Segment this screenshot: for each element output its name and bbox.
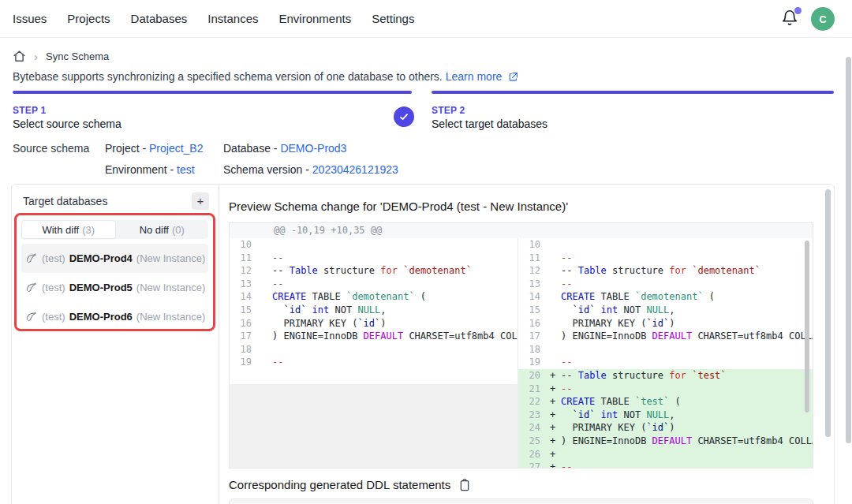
field-value-link[interactable]: Project_B2 bbox=[149, 142, 203, 155]
preview-title: Preview Schema change for 'DEMO-Prod4 (t… bbox=[229, 200, 568, 213]
target-database-demo-prod6[interactable]: (test)DEMO-Prod6(New Instance) bbox=[21, 302, 208, 331]
schema-diff-editor[interactable]: @@ -10,19 +10,35 @@ 1011--12-- Table str… bbox=[229, 222, 813, 469]
target-databases-highlight-box: With diff(3)No diff(0) (test)DEMO-Prod4(… bbox=[14, 213, 215, 331]
diff-line: 23+ `id` int NOT NULL, bbox=[518, 409, 813, 422]
db-name: DEMO-Prod4 bbox=[69, 252, 133, 264]
nav-item-settings[interactable]: Settings bbox=[372, 12, 414, 25]
diff-line: 12-- Table structure for `demotenant` bbox=[230, 264, 518, 278]
diff-pane-modified: 1011--12-- Table structure for `demotena… bbox=[518, 238, 813, 469]
nav-item-instances[interactable]: Instances bbox=[207, 12, 258, 25]
editor-scrollbar[interactable] bbox=[805, 241, 809, 413]
intro-text: Bytebase supports synchronizing a specif… bbox=[13, 70, 518, 83]
mysql-dolphin-icon bbox=[26, 252, 38, 264]
target-database-demo-prod4[interactable]: (test)DEMO-Prod4(New Instance) bbox=[21, 244, 208, 273]
diff-line: 17) ENGINE=InnoDB DEFAULT CHARSET=utf8mb… bbox=[230, 330, 518, 343]
step2-title: Select target databases bbox=[432, 118, 547, 130]
db-name: DEMO-Prod6 bbox=[69, 311, 133, 323]
diff-line: 21+-- bbox=[518, 383, 813, 396]
field-label: Project - bbox=[105, 142, 149, 155]
field-label: Schema version - bbox=[223, 163, 312, 176]
nav-item-issues[interactable]: Issues bbox=[13, 12, 47, 25]
avatar[interactable]: C bbox=[811, 7, 835, 31]
db-note: (New Instance) bbox=[136, 311, 205, 323]
target-databases-title: Target databases bbox=[23, 195, 107, 207]
diff-empty-region bbox=[230, 384, 518, 469]
field-label: Database - bbox=[223, 142, 280, 155]
tab-count: (0) bbox=[172, 224, 185, 236]
tab-count: (3) bbox=[82, 224, 95, 236]
diff-line: 19-- bbox=[230, 356, 518, 369]
mysql-dolphin-icon bbox=[26, 311, 38, 323]
diff-pane-original: 1011--12-- Table structure for `demotena… bbox=[230, 238, 518, 469]
diff-line: 22+CREATE TABLE `test` ( bbox=[518, 395, 813, 409]
diff-line: 16 PRIMARY KEY (`id`) bbox=[230, 317, 518, 330]
page-scrollbar[interactable] bbox=[846, 57, 851, 443]
notification-dot bbox=[794, 7, 802, 14]
tab-with-diff[interactable]: With diff(3) bbox=[21, 220, 116, 239]
field-value-link[interactable]: test bbox=[177, 163, 195, 176]
db-note: (New Instance) bbox=[136, 282, 205, 293]
add-target-database-button[interactable]: + bbox=[192, 192, 209, 210]
diff-line: 20+-- Table structure for `test` bbox=[518, 369, 813, 383]
breadcrumb-current: Sync Schema bbox=[46, 50, 109, 62]
db-name: DEMO-Prod5 bbox=[69, 282, 133, 293]
field-label: Environment - bbox=[105, 163, 177, 176]
copy-clipboard-icon[interactable] bbox=[458, 479, 471, 491]
diff-filter-tabs: With diff(3)No diff(0) bbox=[21, 220, 208, 239]
nav-items: IssuesProjectsDatabasesInstancesEnvironm… bbox=[13, 12, 414, 25]
tab-no-diff[interactable]: No diff(0) bbox=[116, 220, 209, 239]
mysql-dolphin-icon bbox=[26, 282, 38, 293]
diff-line: 11-- bbox=[518, 252, 813, 265]
source-schema-fields: Project - Project_B2Database - DEMO-Prod… bbox=[105, 142, 398, 185]
diff-line: 17) ENGINE=InnoDB DEFAULT CHARSET=utf8mb… bbox=[518, 330, 813, 343]
diff-line: 18 bbox=[518, 343, 813, 357]
db-environment: (test) bbox=[42, 311, 65, 323]
tab-label: With diff bbox=[42, 224, 79, 236]
db-note: (New Instance) bbox=[136, 252, 205, 264]
diff-line: 10 bbox=[230, 238, 518, 252]
breadcrumb: › Sync Schema bbox=[13, 50, 109, 63]
ddl-editor-top bbox=[229, 498, 813, 504]
diff-line: 25+) ENGINE=InnoDB DEFAULT CHARSET=utf8m… bbox=[518, 435, 813, 448]
nav-item-environments[interactable]: Environments bbox=[278, 12, 351, 25]
field-value-link[interactable]: 20230426121923 bbox=[312, 163, 398, 176]
diff-line: 14CREATE TABLE `demotenant` ( bbox=[230, 290, 518, 304]
source-schema-label: Source schema bbox=[13, 142, 89, 155]
source-field-database: Database - DEMO-Prod3 bbox=[223, 142, 398, 163]
step1-title: Select source schema bbox=[13, 118, 121, 130]
diff-line: 15 `id` int NOT NULL, bbox=[230, 304, 518, 317]
notification-bell-button[interactable] bbox=[781, 9, 800, 28]
source-field-environment: Environment - test bbox=[105, 163, 223, 185]
nav-item-projects[interactable]: Projects bbox=[67, 12, 110, 25]
step2-progress-bar bbox=[432, 91, 834, 94]
diff-line: 11-- bbox=[230, 252, 518, 265]
source-field-schema-version: Schema version - 20230426121923 bbox=[223, 163, 398, 185]
nav-item-databases[interactable]: Databases bbox=[131, 12, 188, 25]
diff-line: 18 bbox=[230, 343, 518, 357]
diff-line: 14CREATE TABLE `demotenant` ( bbox=[518, 290, 813, 304]
step1-complete-check-icon bbox=[394, 106, 414, 127]
step1-label: STEP 1 bbox=[13, 105, 46, 116]
diff-line: 16 PRIMARY KEY (`id`) bbox=[518, 317, 813, 330]
target-databases-panel: Target databases + With diff(3)No diff(0… bbox=[12, 185, 219, 504]
target-database-demo-prod5[interactable]: (test)DEMO-Prod5(New Instance) bbox=[21, 273, 208, 302]
sync-schema-card: Target databases + With diff(3)No diff(0… bbox=[11, 184, 835, 504]
db-environment: (test) bbox=[42, 252, 65, 264]
tab-label: No diff bbox=[140, 224, 169, 236]
breadcrumb-separator-icon: › bbox=[34, 51, 38, 62]
content-scrollbar[interactable] bbox=[825, 189, 831, 437]
learn-more-link[interactable]: Learn more bbox=[446, 70, 503, 83]
top-navbar: IssuesProjectsDatabasesInstancesEnvironm… bbox=[0, 0, 852, 38]
diff-line: 27+-- bbox=[518, 461, 813, 469]
diff-line: 12-- Table structure for `demotenant` bbox=[518, 264, 813, 278]
diff-line: 24+ PRIMARY KEY (`id`) bbox=[518, 421, 813, 435]
diff-line: 19-- bbox=[518, 356, 813, 369]
diff-line: 13-- bbox=[230, 278, 518, 291]
step2-label: STEP 2 bbox=[432, 105, 465, 116]
step1-progress-bar bbox=[13, 91, 412, 94]
external-link-icon[interactable] bbox=[508, 72, 518, 82]
diff-line: 15 `id` int NOT NULL, bbox=[518, 304, 813, 317]
field-value-link[interactable]: DEMO-Prod3 bbox=[280, 142, 346, 155]
home-icon[interactable] bbox=[13, 50, 26, 63]
source-field-project: Project - Project_B2 bbox=[105, 142, 223, 163]
